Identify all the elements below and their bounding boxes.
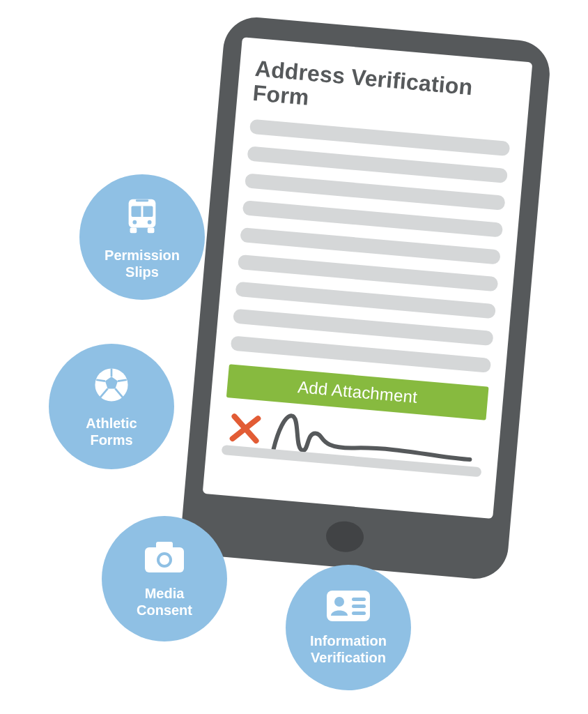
- svg-rect-1: [130, 227, 137, 233]
- phone-home-button[interactable]: [325, 519, 365, 554]
- svg-rect-2: [148, 227, 155, 233]
- category-athletic-forms[interactable]: Athletic Forms: [49, 344, 174, 469]
- svg-point-20: [334, 597, 344, 607]
- soccer-ball-icon: [91, 365, 132, 408]
- x-mark-icon: [228, 411, 263, 446]
- category-information-verification[interactable]: Information Verification: [286, 565, 411, 690]
- category-media-consent[interactable]: Media Consent: [102, 516, 227, 641]
- svg-rect-21: [352, 598, 366, 601]
- category-label: Athletic Forms: [63, 415, 160, 448]
- svg-rect-22: [352, 605, 366, 608]
- svg-point-6: [148, 220, 152, 225]
- camera-icon: [142, 539, 187, 578]
- category-label: Media Consent: [116, 585, 213, 618]
- svg-rect-16: [156, 542, 173, 550]
- phone-body: Address Verification Form Add Attachment: [179, 15, 552, 582]
- svg-point-5: [132, 220, 137, 225]
- category-label: Information Verification: [300, 632, 397, 666]
- svg-line-14: [96, 380, 105, 381]
- svg-rect-23: [352, 612, 366, 615]
- svg-line-11: [118, 380, 127, 381]
- svg-point-18: [160, 555, 169, 565]
- bus-icon: [121, 194, 164, 240]
- signature-area[interactable]: [221, 409, 485, 480]
- form-placeholder-lines: [231, 119, 511, 373]
- form-title: Address Verification Form: [252, 56, 516, 128]
- phone-mockup: Address Verification Form Add Attachment: [179, 15, 552, 582]
- category-permission-slips[interactable]: Permission Slips: [79, 174, 205, 300]
- phone-screen: Address Verification Form Add Attachment: [203, 37, 533, 519]
- illustration-stage: Address Verification Form Add Attachment: [0, 0, 588, 714]
- id-card-icon: [325, 589, 371, 625]
- category-label: Permission Slips: [93, 247, 191, 280]
